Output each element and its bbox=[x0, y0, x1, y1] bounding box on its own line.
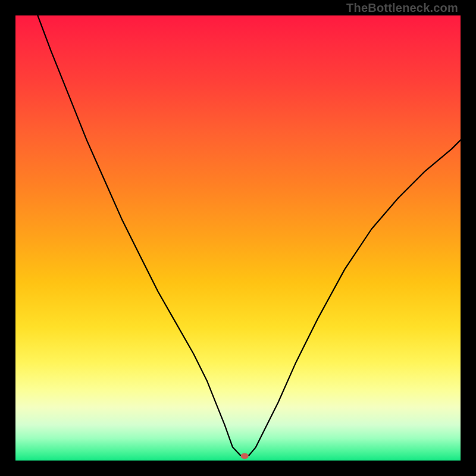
plot-area bbox=[15, 15, 461, 461]
chart-frame: TheBottleneck.com bbox=[0, 0, 476, 476]
bottleneck-curve bbox=[37, 15, 461, 456]
watermark-text: TheBottleneck.com bbox=[346, 1, 458, 15]
optimum-marker bbox=[241, 453, 249, 459]
curve-svg bbox=[15, 15, 461, 461]
